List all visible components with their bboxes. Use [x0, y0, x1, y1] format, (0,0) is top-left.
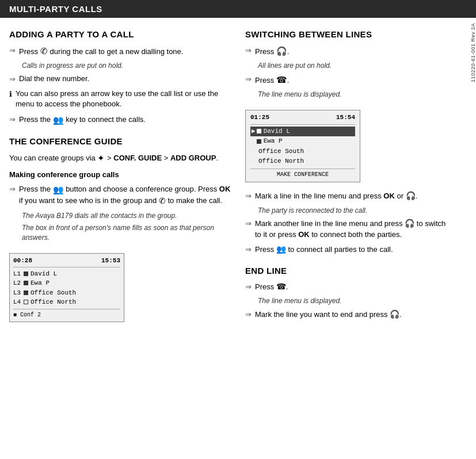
- phone-screen-2: 01:25 15:54 ▶ David L ▶ Ewa P Office Sou…: [245, 110, 360, 182]
- screen-header: 01:25 15:54: [250, 113, 355, 125]
- screen-row: L3 Office South: [13, 288, 120, 298]
- screen-time-left: 01:25: [250, 113, 269, 123]
- screen-time-left: 00:28: [13, 256, 32, 266]
- contact-name: David L: [264, 127, 290, 137]
- step-text: Press 👥 to connect all parties to the ca…: [255, 244, 450, 255]
- arrow-icon: ⇒: [245, 309, 252, 320]
- list-item: All lines are put on hold.: [258, 61, 450, 71]
- end-line-title: END LINE: [245, 266, 450, 276]
- end-steps-list: ⇒ Press ☎. The line menu is displayed. ⇒…: [245, 281, 450, 320]
- empty-box-icon: [24, 300, 28, 304]
- conference-steps-list: ⇒ Press the 👥 button and choose a confer…: [9, 183, 234, 243]
- list-item: The party is reconnected to the call.: [258, 206, 450, 216]
- arrow-icon: ⇒: [9, 184, 16, 194]
- step-text: Dial the new number.: [19, 74, 234, 84]
- screen-row: L1 David L: [13, 269, 120, 279]
- page-title: MULTI-PARTY CALLS: [9, 4, 102, 14]
- list-item: ⇒ Press ✆ during the call to get a new d…: [9, 45, 234, 57]
- list-item: The Avaya B179 dials all the contacts in…: [22, 211, 234, 221]
- menu-icon: ☎: [276, 282, 286, 291]
- list-item: The box in front of a person's name fill…: [22, 223, 234, 243]
- phone-screen-1: 00:28 15:53 L1 David L L2 Ewa P L3 Offic…: [9, 253, 124, 322]
- adding-steps-list: ⇒ Press ✆ during the call to get a new d…: [9, 45, 234, 126]
- menu-icon: ☎: [276, 75, 287, 85]
- screen-time-right: 15:53: [101, 256, 120, 266]
- arrow-icon: ⇒: [245, 219, 252, 229]
- list-item: The line menu is displayed.: [258, 296, 450, 306]
- list-item: ⇒ Press the 👥 button and choose a confer…: [9, 183, 234, 207]
- headset-icon: 🎧: [276, 46, 287, 56]
- step-text: Press the 👥 button and choose a conferen…: [19, 183, 234, 207]
- arrow-icon: ⇒: [245, 244, 252, 255]
- arrow-icon: ⇒: [245, 191, 252, 201]
- step-text: Mark a line in the line menu and press O…: [255, 190, 450, 202]
- filled-box-icon: [257, 139, 261, 144]
- headset-icon: 🎧: [406, 191, 416, 200]
- settings-icon: ✦: [97, 153, 105, 163]
- step-text: Press ☎.: [255, 281, 450, 293]
- conference-title: THE CONFERENCE GUIDE: [9, 136, 234, 146]
- page-header: MULTI-PARTY CALLS: [0, 0, 476, 18]
- step-text: Press the 👥 key to connect the calls.: [19, 114, 234, 126]
- screen-row: L4 Office North: [13, 297, 120, 307]
- step-text: You can also press an arrow key to use t…: [16, 89, 234, 109]
- step-text: Press ✆ during the call to get a new dia…: [19, 45, 234, 57]
- line-label: L2: [13, 278, 24, 288]
- list-item: ⇒ Press 👥 to connect all parties to the …: [245, 244, 450, 255]
- phone-icon: ✆: [40, 46, 48, 56]
- contact-name: Ewa P: [264, 136, 283, 147]
- headset-icon: 🎧: [405, 219, 414, 228]
- filled-box-icon: [24, 281, 28, 285]
- step-text: Mark the line you want to end and press …: [255, 309, 450, 320]
- screen-row-selected: ▶ David L: [250, 127, 355, 137]
- contact-name: Ewa P: [31, 278, 49, 288]
- step-text: Mark another line in the line menu and p…: [255, 218, 450, 240]
- screen-row: Office South: [250, 147, 355, 157]
- contact-name: Office North: [258, 156, 304, 167]
- list-item: Calls in progress are put on hold.: [22, 61, 234, 71]
- line-label: L3: [13, 288, 24, 298]
- filled-box-icon: [24, 271, 28, 276]
- list-item: ⇒ Mark the line you want to end and pres…: [245, 309, 450, 320]
- arrow-marker-icon: ▶: [252, 127, 256, 137]
- conference-icon: 👥: [53, 185, 64, 194]
- headset-icon: 🎧: [390, 309, 399, 319]
- end-line-section: END LINE ⇒ Press ☎. The line menu is dis…: [245, 266, 450, 320]
- filled-box-icon: [24, 290, 28, 295]
- arrow-icon: ⇒: [245, 45, 252, 56]
- main-content: ADDING A PARTY TO A CALL ⇒ Press ✆ durin…: [0, 18, 476, 336]
- filled-box-icon: [257, 129, 261, 133]
- switching-section: SWITCHING BETWEEN LINES ⇒ Press 🎧. All l…: [245, 29, 450, 255]
- adding-party-section: ADDING A PARTY TO A CALL ⇒ Press ✆ durin…: [9, 29, 234, 126]
- list-item: ⇒ Mark another line in the line menu and…: [245, 218, 450, 240]
- arrow-icon: ⇒: [9, 114, 16, 125]
- step-text: Press 🎧.: [255, 45, 450, 57]
- conference-icon: 👥: [276, 244, 286, 254]
- screen-bottom: ■ Conf 2: [13, 309, 120, 319]
- info-icon: ℹ: [9, 89, 12, 100]
- list-item: ⇒ Press the 👥 key to connect the calls.: [9, 114, 234, 126]
- arrow-icon: ⇒: [9, 74, 16, 85]
- list-item: ⇒ Mark a line in the line menu and press…: [245, 190, 450, 202]
- list-item: ⇒ Press ☎.: [245, 281, 450, 293]
- screen-row: L2 Ewa P: [13, 278, 120, 288]
- screen-row: Office North: [250, 156, 355, 167]
- conference-section: THE CONFERENCE GUIDE You can create grou…: [9, 136, 234, 322]
- line-label: L4: [13, 297, 24, 307]
- switching-steps2-list: ⇒ Mark a line in the line menu and press…: [245, 190, 450, 255]
- conference-icon: 👥: [53, 115, 64, 125]
- screen-bottom: MAKE CONFERENCE: [250, 169, 355, 179]
- contact-name: David L: [31, 269, 57, 279]
- adding-party-title: ADDING A PARTY TO A CALL: [9, 29, 234, 39]
- screen-row: ▶ Ewa P: [250, 136, 355, 147]
- list-item: ⇒ Press ☎.: [245, 74, 450, 86]
- left-column: ADDING A PARTY TO A CALL ⇒ Press ✆ durin…: [9, 29, 234, 331]
- list-item: ℹ You can also press an arrow key to use…: [9, 89, 234, 109]
- conference-desc: You can create groups via ✦ > CONF. GUID…: [9, 152, 234, 165]
- contact-name: Office South: [258, 147, 304, 157]
- step-text: Press ☎.: [255, 74, 450, 86]
- list-item: ⇒ Press 🎧.: [245, 45, 450, 57]
- screen-header: 00:28 15:53: [13, 256, 120, 267]
- arrow-icon: ⇒: [245, 74, 252, 85]
- right-column: SWITCHING BETWEEN LINES ⇒ Press 🎧. All l…: [245, 29, 467, 331]
